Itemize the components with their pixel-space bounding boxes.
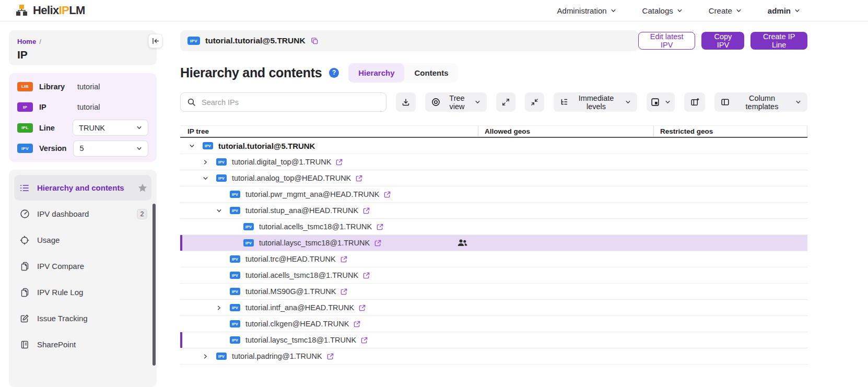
external-link-icon[interactable] (374, 240, 381, 247)
expand-all-button[interactable] (496, 92, 515, 112)
tree-row[interactable]: IPVtutorial.pwr_mgmt_ana@HEAD.TRUNK (180, 186, 807, 203)
ipv-badge: IPV (216, 353, 227, 360)
context-label: Version (39, 144, 66, 153)
external-link-icon[interactable] (354, 321, 360, 327)
chevron-right-icon[interactable] (203, 159, 216, 165)
external-link-icon[interactable] (384, 191, 391, 198)
logo-text: HelixIPLM (33, 4, 85, 17)
action-buttons: Edit latest IPVCopy IPVCreate IP Line (638, 32, 807, 50)
external-link-icon[interactable] (363, 272, 370, 279)
line-select[interactable]: TRUNK (73, 120, 148, 136)
ipv-badge: IPV (243, 223, 254, 230)
top-menu-create[interactable]: Create (709, 6, 742, 15)
sidebar-item-ipv-compare[interactable]: IPV Compare (14, 253, 151, 279)
tree-row[interactable]: IPVtutorial.stup_ana@HEAD.TRUNK (180, 203, 807, 219)
search-box (180, 92, 386, 112)
search-input[interactable] (180, 92, 386, 112)
gauge-icon (19, 209, 30, 219)
tree-row[interactable]: IPVtutorial.padring@1.TRUNK (180, 348, 807, 365)
collapse-sidebar-button[interactable] (148, 34, 162, 48)
tree-row[interactable]: IPVtutorial.tutorial@5.TRUNK (180, 138, 807, 154)
tree-row[interactable]: IPVtutorial.analog_top@HEAD.TRUNK (180, 170, 807, 186)
download-button[interactable] (396, 92, 416, 112)
top-menu-label: Create (709, 6, 732, 15)
external-link-icon[interactable] (359, 304, 366, 311)
toolbar-button-label: Column templates (734, 94, 790, 111)
pages-icon (19, 288, 30, 297)
external-link-icon[interactable] (363, 207, 370, 214)
expand-icon (502, 98, 510, 106)
sidebar-item-hierarchy-and-contents[interactable]: Hierarchy and contents (14, 175, 151, 201)
breadcrumb-home-link[interactable]: Home (17, 38, 36, 45)
chevron-right-icon[interactable] (203, 354, 216, 359)
ip-tree-cell: IPVtutorial.MS90G@1.TRUNK (180, 284, 478, 299)
search-icon (187, 98, 196, 107)
sidebar-item-issue-tracking[interactable]: Issue Tracking (14, 306, 151, 331)
help-icon[interactable]: ? (329, 68, 339, 78)
ipv-badge: IPV (230, 304, 240, 311)
tree-row[interactable]: IPVtutorial.trc@HEAD.TRUNK (180, 251, 807, 267)
external-link-icon[interactable] (341, 288, 347, 295)
star-icon[interactable] (138, 183, 147, 192)
ip-badge: IP (17, 102, 33, 112)
ip-tree-cell: IPVtutorial.padring@1.TRUNK (180, 348, 478, 364)
tree-row[interactable]: IPVtutorial.MS90G@1.TRUNK (180, 284, 807, 300)
sidebar-scrollbar[interactable] (153, 204, 156, 366)
context-label: Library (39, 83, 71, 91)
chevron-down-icon (611, 8, 616, 14)
external-link-icon[interactable] (341, 256, 347, 263)
external-link-icon[interactable] (356, 175, 362, 182)
tab-hierarchy[interactable]: Hierarchy (348, 63, 404, 83)
version-select[interactable]: 5 (73, 140, 148, 157)
ipv-context-bar: IPV tutorial.tutorial@5.TRUNK (180, 30, 638, 51)
chevron-down-icon[interactable] (189, 143, 203, 149)
sidebar-item-label: IPV Rule Log (37, 288, 83, 297)
tree-row[interactable]: IPVtutorial.laysc_tsmc18@1.TRUNK (180, 332, 807, 348)
chevron-down-icon[interactable] (216, 208, 230, 214)
copy-icon[interactable] (311, 37, 319, 45)
external-link-icon[interactable] (336, 159, 343, 166)
tree-row[interactable]: IPVtutorial.digital_top@1.TRUNK (180, 154, 807, 170)
section-title: Hierarchy and contents (180, 65, 322, 80)
immediate-levels-button[interactable]: Immediate levels (554, 92, 637, 112)
ipl-badge: IPL (17, 123, 33, 133)
toolbar-button-label: Immediate levels (572, 94, 620, 111)
tab-contents[interactable]: Contents (404, 63, 458, 83)
external-link-icon[interactable] (327, 353, 334, 360)
ipv-badge: IPV (230, 320, 240, 327)
image-export-button[interactable] (647, 92, 675, 112)
context-row-version: IPVVersion5 (17, 139, 148, 158)
context-label: Line (39, 124, 66, 132)
tree-view-button[interactable]: Tree view (425, 92, 487, 112)
add-column-button[interactable] (684, 92, 705, 112)
column-templates-button[interactable]: Column templates (714, 92, 807, 112)
tree-row[interactable]: IPVtutorial.clkgen@HEAD.TRUNK (180, 316, 807, 332)
tree-row[interactable]: IPVtutorial.intf_ana@HEAD.TRUNK (180, 300, 807, 316)
top-menu-administration[interactable]: Administration (557, 6, 616, 15)
top-menu-admin[interactable]: admin (768, 6, 800, 15)
breadcrumb-card: Home/ IP (9, 30, 157, 65)
chevron-right-icon[interactable] (216, 305, 230, 311)
sidebar-item-label: Issue Tracking (37, 314, 88, 323)
tree-row[interactable]: IPVtutorial.laysc_tsmc18@1.TRUNK (180, 235, 807, 251)
sidebar-item-ipv-rule-log[interactable]: IPV Rule Log (14, 279, 151, 305)
helix-iplm-logo[interactable]: HelixIPLM (16, 4, 85, 17)
chevron-down-icon (625, 99, 631, 105)
top-menu-catalogs[interactable]: Catalogs (642, 6, 683, 15)
external-link-icon[interactable] (377, 224, 383, 230)
collapse-all-button[interactable] (525, 92, 544, 112)
context-row-library: LIBLibrarytutorial (17, 77, 148, 96)
copy-ipv-button[interactable]: Copy IPV (701, 32, 744, 50)
sidebar-item-ipv-dashboard[interactable]: IPV dashboard2 (14, 201, 151, 227)
sidebar-item-sharepoint[interactable]: SharePoint (14, 332, 151, 357)
ipv-name: tutorial.laysc_tsmc18@1.TRUNK (259, 239, 370, 247)
sidebar-item-usage[interactable]: Usage (14, 227, 151, 253)
tree-row[interactable]: IPVtutorial.acells_tsmc18@1.TRUNK (180, 267, 807, 284)
edit-latest-ipv-button[interactable]: Edit latest IPV (638, 32, 695, 50)
create-ip-line-button[interactable]: Create IP Line (750, 32, 807, 50)
tree-row[interactable]: IPVtutorial.acells_tsmc18@1.TRUNK (180, 219, 807, 235)
page-title: IP (17, 49, 148, 61)
chevron-down-icon[interactable] (203, 175, 216, 181)
book-icon (19, 340, 30, 349)
external-link-icon[interactable] (361, 337, 368, 344)
